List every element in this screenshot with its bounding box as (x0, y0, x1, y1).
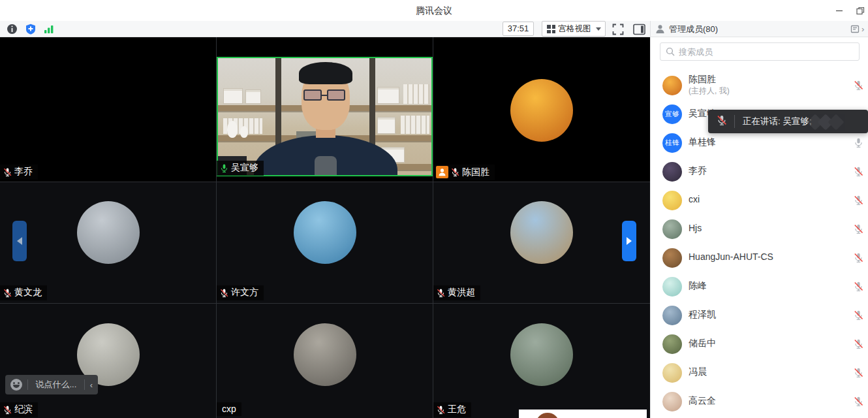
avatar (662, 277, 682, 297)
member-row[interactable]: cxi (651, 186, 868, 215)
avatar (662, 219, 682, 239)
mic-muted-icon[interactable] (853, 166, 864, 178)
tile-nameplate: 黄洪超 (433, 285, 480, 300)
panel-collapse-chevron[interactable]: › (861, 21, 864, 37)
search-input[interactable] (679, 47, 854, 57)
meeting-info-icon[interactable] (5, 22, 19, 36)
emoji-icon[interactable] (10, 379, 22, 391)
tile-nameplate: 李乔 (0, 165, 38, 180)
tile-name: 吴宣够 (231, 162, 258, 174)
restore-button[interactable] (851, 4, 868, 17)
member-name: 高云全 (689, 395, 716, 407)
security-shield-icon[interactable] (23, 22, 38, 36)
mic-muted-icon (853, 252, 864, 263)
mic-muted-icon[interactable] (853, 281, 864, 293)
mic-muted-icon[interactable] (853, 310, 864, 321)
video-tile[interactable]: 黄洪超 (433, 182, 650, 303)
video-tile[interactable]: 李乔 (0, 37, 216, 182)
mic-muted-icon[interactable] (853, 80, 864, 91)
member-row[interactable]: 冯晨 (651, 359, 868, 387)
chevron-down-icon (596, 27, 601, 31)
view-mode-button[interactable]: 宫格视图 (542, 21, 606, 37)
live-video (217, 57, 433, 176)
tile-name: 李乔 (14, 166, 33, 178)
grid-line-vertical (433, 37, 433, 418)
avatar (510, 323, 573, 386)
member-search[interactable] (660, 42, 860, 61)
avatar (662, 162, 682, 182)
panel-popout-icon (850, 24, 860, 34)
mic-muted-icon[interactable] (853, 396, 864, 408)
grid-line-vertical (216, 37, 217, 418)
mic-muted-icon (450, 167, 460, 177)
members-icon (655, 24, 665, 34)
member-row[interactable]: 李乔 (651, 157, 868, 186)
member-row[interactable]: 程泽凯 (651, 301, 868, 330)
next-page-button[interactable] (622, 221, 636, 261)
grid-line-horizontal (0, 303, 650, 304)
window-title: 腾讯会议 (0, 0, 868, 21)
chat-collapse-chevron[interactable]: ‹ (90, 380, 93, 390)
mic-muted-icon (853, 396, 864, 407)
mic-muted-icon (853, 367, 864, 378)
tile-nameplate: 许文方 (217, 285, 264, 300)
app-window: 腾讯会议 37:51 宫格视图 (0, 0, 868, 418)
avatar (662, 363, 682, 383)
arrow-right-icon (627, 237, 632, 245)
member-row[interactable]: 高云全 (651, 387, 868, 416)
avatar (662, 306, 682, 325)
video-tile[interactable]: 许文方 (217, 182, 433, 303)
mic-muted-icon[interactable] (853, 338, 864, 350)
panel-title: 管理成员(80) (669, 24, 718, 35)
mic-muted-icon (853, 310, 864, 321)
tile-name: cxp (222, 404, 236, 414)
search-icon (666, 47, 675, 56)
video-tile[interactable]: 吴宣够 (217, 37, 433, 182)
avatar (662, 392, 682, 411)
fullscreen-button[interactable] (611, 22, 625, 36)
minimize-button[interactable] (830, 4, 848, 17)
sidebar-toggle-button[interactable] (631, 22, 647, 37)
member-row[interactable]: HuangJun-AHUT-CS (651, 244, 868, 272)
tile-name: 陈国胜 (462, 167, 489, 178)
prev-page-button[interactable] (12, 221, 27, 261)
mic-icon[interactable] (853, 137, 864, 149)
video-grid: 李乔 吴宣够 (0, 37, 650, 418)
mic-muted-icon[interactable] (853, 252, 864, 264)
divider (84, 379, 85, 390)
mic-muted-icon (219, 288, 229, 298)
mic-icon (219, 163, 229, 173)
mic-muted-icon (853, 80, 864, 91)
network-signal-icon[interactable] (42, 22, 56, 36)
quick-chat-bar[interactable]: 说点什么... ‹ (5, 375, 98, 394)
mic-muted-icon (3, 405, 12, 415)
meeting-timer: 37:51 (503, 22, 534, 36)
mic-muted-icon[interactable] (853, 223, 864, 235)
avatar (294, 323, 356, 386)
member-row[interactable]: 陈峰 (651, 272, 868, 301)
video-tile[interactable]: cxp (217, 304, 433, 418)
mic-muted-icon[interactable] (853, 367, 864, 379)
mic-muted-icon (716, 114, 728, 129)
member-row[interactable]: 储岳中 (651, 330, 868, 359)
video-tile[interactable]: 黄文龙 (0, 182, 216, 303)
video-tile[interactable]: 王危 (433, 304, 650, 418)
incoming-video-peek (519, 410, 647, 418)
tile-nameplate: 纪滨 (0, 402, 38, 417)
video-tile[interactable]: 陈国胜 (433, 37, 650, 182)
mic-muted-icon[interactable] (853, 195, 864, 206)
avatar (77, 201, 140, 264)
panel-popout-button[interactable] (850, 21, 860, 37)
tile-nameplate: cxp (217, 402, 241, 416)
avatar (662, 334, 682, 354)
video-tile[interactable]: 纪滨 (0, 304, 216, 418)
chat-placeholder[interactable]: 说点什么... (28, 379, 84, 391)
mic-muted-icon (853, 195, 864, 206)
meeting-toolbar: 37:51 宫格视图 管理成员(80) (0, 21, 868, 37)
member-row[interactable]: 陈国胜(主持人, 我) (651, 71, 868, 100)
glasses (303, 89, 345, 101)
member-name: 冯晨 (689, 366, 707, 378)
member-name: 程泽凯 (689, 309, 716, 321)
avatar (662, 76, 682, 95)
member-row[interactable]: Hjs (651, 215, 868, 244)
